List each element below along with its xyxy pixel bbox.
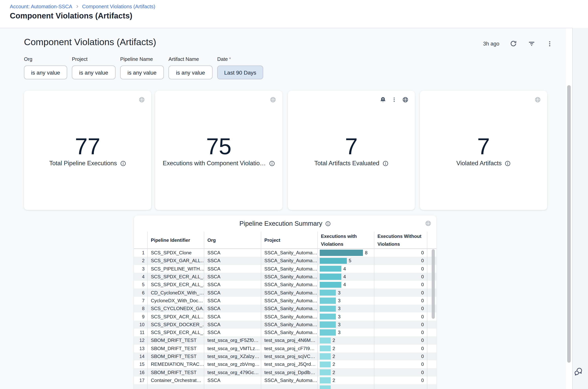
cell-project[interactable]: test_ssca_proj_scjVC…: [261, 354, 317, 359]
cell-pipeline-identifier[interactable]: SBOM_DRIFT_TEST: [147, 354, 204, 359]
table-row[interactable]: 14SBOM_DRIFT_TESTtest_ssca_org_XZalzy…te…: [134, 353, 436, 360]
cell-executions-with-violations[interactable]: 3: [317, 297, 374, 305]
cell-executions-with-violations[interactable]: 4: [317, 281, 374, 289]
cell-project[interactable]: SSCA_Sanity_Automa…: [261, 274, 317, 280]
cell-project[interactable]: SSCA_Sanity_Automa…: [261, 258, 317, 263]
table-row[interactable]: 16SBOM_DRIFT_TESTtest_ssca_org_479Gc…tes…: [134, 368, 436, 376]
cell-project[interactable]: SSCA_Sanity_Automa…: [261, 330, 317, 335]
cell-org[interactable]: test_ssca_org_zbVmg…: [204, 362, 261, 367]
cell-executions-without-violations[interactable]: 0: [374, 298, 427, 303]
globe-icon[interactable]: [270, 97, 276, 103]
cell-org[interactable]: SSCA: [204, 258, 261, 263]
cell-executions-without-violations[interactable]: 0: [374, 250, 427, 256]
cell-executions-with-violations[interactable]: 8: [317, 249, 374, 257]
violations-bar[interactable]: [320, 314, 336, 320]
info-icon[interactable]: [325, 221, 331, 226]
cell-pipeline-identifier[interactable]: SCS_SPDX_ECR_ALL_…: [147, 330, 204, 335]
violations-bar[interactable]: [320, 345, 331, 352]
cell-org[interactable]: SSCA: [204, 322, 261, 327]
table-row[interactable]: 17Container_Orchestrat…SSCASSCA_Sanity_A…: [134, 376, 436, 385]
cell-executions-with-violations[interactable]: 2: [317, 360, 374, 368]
cell-project[interactable]: SSCA_Sanity_Automa…: [261, 298, 317, 303]
filter-chip-artifact-name[interactable]: is any value: [169, 65, 212, 79]
cell-org[interactable]: SSCA: [204, 298, 261, 303]
violations-bar[interactable]: [320, 306, 336, 312]
table-row[interactable]: [134, 384, 436, 389]
cell-executions-without-violations[interactable]: 0: [374, 338, 427, 343]
cell-org[interactable]: SSCA: [204, 378, 261, 383]
cell-executions-with-violations[interactable]: 5: [317, 257, 374, 265]
cell-executions-with-violations[interactable]: 2: [317, 337, 374, 345]
bell-plus-icon[interactable]: [380, 97, 386, 103]
cell-executions-with-violations[interactable]: 2: [317, 376, 374, 385]
col-header-executions-without-violations[interactable]: Executions WithoutViolations: [374, 232, 427, 249]
cell-executions-with-violations[interactable]: 4: [317, 265, 374, 273]
cell-pipeline-identifier[interactable]: SCS_SPDX_ACR_ALL…: [147, 314, 204, 319]
violations-bar[interactable]: [320, 377, 331, 383]
cell-executions-with-violations[interactable]: 3: [317, 328, 374, 337]
violations-bar[interactable]: [320, 337, 331, 343]
violations-bar[interactable]: [320, 361, 331, 367]
cell-pipeline-identifier[interactable]: Container_Orchestrat…: [147, 378, 204, 383]
table-row[interactable]: 2SCS_SPDX_GAR_ALL…SSCASSCA_Sanity_Automa…: [134, 257, 436, 265]
cell-org[interactable]: SSCA: [204, 266, 261, 271]
table-scrollbar-thumb[interactable]: [432, 249, 435, 319]
globe-icon[interactable]: [402, 97, 409, 103]
cell-pipeline-identifier[interactable]: SCS_SPDX_GAR_ALL…: [147, 258, 204, 263]
cell-pipeline-identifier[interactable]: REMEDIATION_TRAC…: [147, 362, 204, 367]
cell-org[interactable]: SSCA: [204, 306, 261, 311]
violations-bar[interactable]: [320, 290, 336, 296]
cell-pipeline-identifier[interactable]: SBOM_DRIFT_TEST: [147, 338, 204, 343]
table-row[interactable]: 10SCS_SPDX_DOCKER_…SSCASSCA_Sanity_Autom…: [134, 321, 436, 328]
cell-executions-without-violations[interactable]: 0: [374, 290, 427, 295]
refresh-button[interactable]: [510, 40, 518, 47]
cell-project[interactable]: SSCA_Sanity_Automa…: [261, 266, 317, 271]
cell-pipeline-identifier[interactable]: SCS_SPDX_DOCKER_…: [147, 322, 204, 327]
breadcrumb-account-link[interactable]: Account: Automation-SSCA: [10, 3, 72, 9]
table-row[interactable]: 3SCS_PIPELINE_WITH…SSCASSCA_Sanity_Autom…: [134, 265, 436, 273]
violations-bar[interactable]: [320, 282, 341, 288]
filter-chip-pipeline-name[interactable]: is any value: [120, 65, 164, 79]
cell-pipeline-identifier[interactable]: CD_CycloneDX_With_…: [147, 290, 204, 295]
violations-bar[interactable]: [320, 329, 336, 336]
cell-executions-without-violations[interactable]: 0: [374, 370, 427, 375]
breadcrumb-current-link[interactable]: Component Violations (Artifacts): [82, 3, 155, 9]
cell-executions-without-violations[interactable]: 0: [374, 274, 427, 280]
cell-project[interactable]: SSCA_Sanity_Automa…: [261, 290, 317, 295]
cell-executions-with-violations[interactable]: 3: [317, 305, 374, 313]
globe-icon[interactable]: [425, 220, 431, 227]
cell-executions-without-violations[interactable]: 0: [374, 346, 427, 351]
table-row[interactable]: 7CycloneDX_With_Doc…SSCASSCA_Sanity_Auto…: [134, 297, 436, 305]
table-row[interactable]: 8SCS_CYCLONEDX_GA…SSCASSCA_Sanity_Automa…: [134, 305, 436, 313]
cell-executions-without-violations[interactable]: 0: [374, 322, 427, 327]
col-header-pipeline-identifier[interactable]: Pipeline Identifier: [147, 232, 204, 249]
cell-org[interactable]: SSCA: [204, 314, 261, 319]
cell-executions-without-violations[interactable]: 0: [374, 362, 427, 367]
table-row[interactable]: 6CD_CycloneDX_With_…SSCASSCA_Sanity_Auto…: [134, 289, 436, 297]
cell-org[interactable]: SSCA: [204, 290, 261, 295]
table-row[interactable]: 13SBOM_DRIFT_TESTtest_ssca_org_VMTLz…tes…: [134, 344, 436, 353]
globe-icon[interactable]: [139, 97, 145, 103]
info-icon[interactable]: [269, 160, 275, 166]
violations-bar[interactable]: [320, 385, 331, 389]
cell-executions-without-violations[interactable]: 0: [374, 354, 427, 359]
cell-pipeline-identifier[interactable]: SCS_SPDX_ECR_ALL_…: [147, 274, 204, 280]
cell-executions-without-violations[interactable]: 0: [374, 314, 427, 319]
cell-executions-without-violations[interactable]: 0: [374, 378, 427, 383]
cell-org[interactable]: test_ssca_org_VMTLz…: [204, 346, 261, 351]
cell-executions-with-violations[interactable]: [317, 384, 374, 389]
cell-pipeline-identifier[interactable]: SCS_SPDX_ECR_ALL_…: [147, 282, 204, 288]
dashboard-filters-button[interactable]: [528, 40, 536, 47]
table-row[interactable]: 1SCS_SPDX_CloneSSCASSCA_Sanity_Automa…80: [134, 249, 436, 257]
col-header-executions-with-violations[interactable]: Executions withViolations: [317, 232, 374, 249]
table-row[interactable]: 12SBOM_DRIFT_TESTtest_ssca_org_tF5Zf0…te…: [134, 337, 436, 345]
cell-executions-with-violations[interactable]: 2: [317, 368, 374, 376]
cell-project[interactable]: SSCA_Sanity_Automa…: [261, 306, 317, 311]
page-scrollbar-thumb[interactable]: [567, 85, 571, 363]
col-header-org[interactable]: Org: [204, 232, 261, 249]
cell-executions-with-violations[interactable]: 2: [317, 344, 374, 353]
cell-executions-with-violations[interactable]: 3: [317, 321, 374, 328]
violations-bar[interactable]: [320, 266, 341, 272]
info-icon[interactable]: [382, 160, 388, 166]
cell-org[interactable]: SSCA: [204, 282, 261, 288]
